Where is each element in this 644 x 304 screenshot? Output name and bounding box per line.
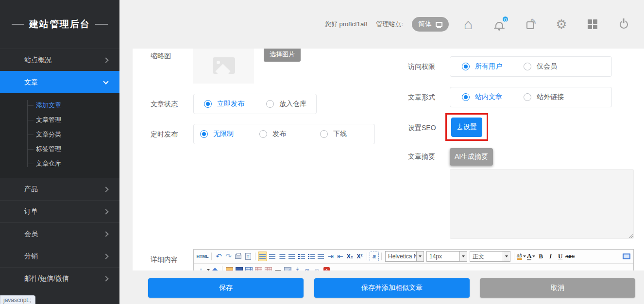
- align-center-icon[interactable]: [268, 252, 277, 261]
- radio-to-warehouse[interactable]: 放入仓库: [266, 100, 306, 108]
- scheduled-publish-label: 定时发布: [151, 129, 178, 139]
- access-permission-group: 所有用户 仅会员: [450, 56, 612, 77]
- line-height-icon[interactable]: ↕: [196, 265, 205, 270]
- outdent-icon[interactable]: ⇤: [336, 252, 345, 261]
- chevron-right-icon: [103, 276, 108, 281]
- notifications-icon[interactable]: 0: [492, 17, 506, 31]
- sidebar-nav: 站点概况 文章 添加文章 文章管理 文章分类 标签管理 文章仓库 产品 订单 会: [0, 49, 119, 289]
- sidebar-item-article[interactable]: 文章: [0, 71, 119, 93]
- app-logo: 建站管理后台: [0, 0, 119, 49]
- radio-offline-time[interactable]: 下线: [320, 130, 347, 138]
- picture-icon: [213, 57, 235, 74]
- insert-image-icon[interactable]: [225, 265, 234, 270]
- print-icon[interactable]: [234, 252, 243, 261]
- submenu-item-article-warehouse[interactable]: 文章仓库: [0, 156, 119, 171]
- sidebar-item-site-overview[interactable]: 站点概况: [0, 49, 119, 71]
- submenu-item-article-manage[interactable]: 文章管理: [0, 113, 119, 127]
- go-set-seo-button[interactable]: 去设置: [451, 118, 482, 137]
- dropdown-caret-icon: [503, 252, 510, 261]
- remove-link-icon[interactable]: ∞: [312, 265, 322, 270]
- radio-external-link[interactable]: 站外链接: [524, 93, 564, 101]
- article-submenu: 添加文章 文章管理 文章分类 标签管理 文章仓库: [0, 93, 119, 178]
- sidebar-item-mail-sms-wechat[interactable]: 邮件/短信/微信: [0, 267, 119, 289]
- save-and-add-similar-button[interactable]: 保存并添加相似文章: [314, 278, 470, 298]
- insert-link-icon[interactable]: ∞: [303, 265, 312, 270]
- insert-table-icon[interactable]: [244, 265, 254, 270]
- top-header: 您好 pro8cf1a8 管理站点: 简体 ⌂ 0 ⚙: [119, 0, 644, 49]
- italic-icon[interactable]: I: [546, 252, 555, 261]
- radio-off-icon: [320, 130, 328, 138]
- align-left-icon[interactable]: [258, 252, 267, 261]
- apps-grid-icon[interactable]: [586, 17, 599, 31]
- radio-all-users[interactable]: 所有用户: [462, 62, 524, 71]
- table-cell-icon[interactable]: [264, 265, 273, 270]
- sidebar: 建站管理后台 站点概况 文章 添加文章 文章管理 文章分类 标签管理 文章仓库 …: [0, 0, 119, 304]
- chevron-right-icon: [103, 186, 108, 192]
- insert-anchor-icon[interactable]: ⚓: [293, 265, 302, 270]
- radio-members-only[interactable]: 仅会员: [524, 62, 557, 71]
- sidebar-item-product[interactable]: 产品: [0, 178, 119, 200]
- choose-image-button[interactable]: 选择图片: [264, 49, 301, 62]
- paste-as-text-icon[interactable]: T: [243, 252, 253, 261]
- font-family-select[interactable]: Helvetica N: [385, 251, 424, 262]
- settings-gear-icon[interactable]: ⚙: [555, 17, 568, 31]
- submenu-item-add-article[interactable]: 添加文章: [0, 98, 119, 113]
- radio-publish-time[interactable]: 发布: [259, 130, 320, 138]
- anchor-icon[interactable]: a: [370, 252, 379, 261]
- ordered-list-icon[interactable]: [297, 252, 306, 261]
- source-code-button[interactable]: HTML: [196, 252, 209, 261]
- insert-file-icon[interactable]: A: [322, 265, 331, 270]
- editor-toolbar-row1: HTML ↶ ↷ T ⇥ ⇤ X₂ X²: [194, 250, 633, 264]
- home-icon[interactable]: ⌂: [461, 17, 475, 31]
- cancel-button[interactable]: 取消: [480, 278, 635, 298]
- redo-icon[interactable]: ↷: [224, 252, 233, 261]
- radio-onsite-article[interactable]: 站内文章: [462, 93, 524, 101]
- insert-map-icon[interactable]: [283, 265, 292, 270]
- sidebar-item-member[interactable]: 会员: [0, 222, 119, 245]
- status-bar-link-hint: javascript:;: [0, 295, 35, 304]
- bold-icon[interactable]: B: [536, 252, 545, 261]
- save-button[interactable]: 保存: [148, 278, 304, 298]
- align-justify-icon[interactable]: [287, 252, 296, 261]
- paragraph-style-select[interactable]: 正文: [470, 251, 510, 262]
- header-icons: ⌂ 0 ⚙: [461, 17, 630, 31]
- submenu-item-tag-manage[interactable]: 标签管理: [0, 142, 119, 156]
- submenu-item-article-category[interactable]: 文章分类: [0, 127, 119, 142]
- text-wrap-icon[interactable]: [316, 252, 325, 261]
- fullscreen-icon[interactable]: [622, 252, 631, 261]
- subscript-icon[interactable]: X₂: [345, 252, 355, 261]
- chevron-right-icon: [103, 253, 108, 259]
- edit-icon[interactable]: [524, 17, 537, 31]
- thumbnail-placeholder[interactable]: [193, 49, 254, 84]
- align-right-icon[interactable]: [277, 252, 287, 261]
- insert-video-icon[interactable]: [235, 265, 244, 270]
- font-size-select[interactable]: 14px: [426, 251, 467, 262]
- seo-highlight-annotation: 去设置: [445, 113, 488, 141]
- horizontal-rule-icon[interactable]: —: [273, 265, 283, 270]
- remove-format-eraser-icon[interactable]: ◆: [210, 265, 220, 270]
- radio-on-icon: [200, 130, 208, 138]
- article-status-group: 立即发布 放入仓库: [193, 94, 317, 114]
- font-color-icon[interactable]: A: [526, 252, 536, 261]
- ai-generate-summary-button[interactable]: AI生成摘要: [450, 148, 493, 166]
- indent-icon[interactable]: ⇥: [326, 252, 335, 261]
- language-switch-button[interactable]: 简体: [412, 17, 449, 32]
- power-icon[interactable]: [617, 17, 630, 31]
- undo-icon[interactable]: ↶: [214, 252, 223, 261]
- radio-off-icon: [524, 93, 531, 101]
- underline-icon[interactable]: U: [556, 252, 565, 261]
- unordered-list-icon[interactable]: [306, 252, 316, 261]
- superscript-icon[interactable]: X²: [355, 252, 364, 261]
- strikethrough-icon[interactable]: ABC: [565, 252, 575, 261]
- radio-publish-now[interactable]: 立即发布: [204, 100, 266, 108]
- table-row-icon[interactable]: [254, 265, 263, 270]
- sidebar-item-distribution[interactable]: 分销: [0, 245, 119, 267]
- summary-textarea[interactable]: [450, 169, 634, 239]
- rich-text-editor: HTML ↶ ↷ T ⇥ ⇤ X₂ X²: [193, 249, 634, 270]
- highlight-color-icon[interactable]: ab: [517, 252, 526, 261]
- notification-badge: 0: [502, 16, 509, 23]
- sidebar-item-order[interactable]: 订单: [0, 200, 119, 222]
- monitor-icon: [436, 22, 442, 27]
- radio-no-limit[interactable]: 无限制: [200, 130, 259, 138]
- radio-off-icon: [266, 100, 274, 108]
